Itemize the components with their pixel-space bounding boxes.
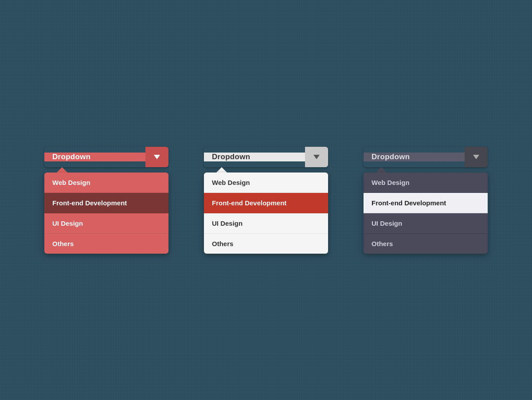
dropdown-item-ui-design-pink[interactable]: UI Design [44,213,168,234]
dropdown-arrow-light[interactable] [305,147,328,167]
dropdown-item-ui-design-light[interactable]: UI Design [204,213,328,234]
dropdown-label-pink: Dropdown [44,153,145,161]
dropdown-trigger-light[interactable]: Dropdown [204,147,328,167]
dropdown-caret-pink [57,167,67,173]
dropdown-menu-pink: Web Design Front-end Development UI Desi… [44,173,168,254]
dropdown-item-frontend-light[interactable]: Front-end Development [204,193,328,213]
dropdown-item-web-design-light[interactable]: Web Design [204,173,328,193]
dropdown-arrow-pink[interactable] [145,147,168,167]
dropdown-item-frontend-pink[interactable]: Front-end Development [44,193,168,213]
dropdown-dark[interactable]: Dropdown Web Design Front-end Developmen… [364,147,488,254]
dropdown-menu-dark: Web Design Front-end Development UI Desi… [364,173,488,254]
dropdown-item-others-dark[interactable]: Others [364,234,488,254]
dropdown-item-web-design-pink[interactable]: Web Design [44,173,168,193]
dropdown-caret-dark [376,167,387,173]
dropdown-trigger-dark[interactable]: Dropdown [364,147,488,167]
dropdown-label-dark: Dropdown [364,153,465,161]
svg-marker-0 [154,155,160,159]
svg-marker-1 [313,155,320,159]
dropdown-item-ui-design-dark[interactable]: UI Design [364,213,488,234]
dropdown-pink[interactable]: Dropdown Web Design Front-end Developmen… [44,147,168,254]
dropdown-item-frontend-dark[interactable]: Front-end Development [364,193,488,213]
dropdown-label-light: Dropdown [204,153,305,161]
dropdown-item-others-light[interactable]: Others [204,234,328,254]
dropdown-menu-light: Web Design Front-end Development UI Desi… [204,173,328,254]
dropdown-item-others-pink[interactable]: Others [44,234,168,254]
dropdown-caret-light [216,167,227,173]
dropdown-arrow-dark[interactable] [465,147,488,167]
dropdown-trigger-pink[interactable]: Dropdown [44,147,168,167]
dropdown-item-web-design-dark[interactable]: Web Design [364,173,488,193]
svg-marker-2 [473,155,479,159]
dropdown-light[interactable]: Dropdown Web Design Front-end Developmen… [204,147,328,254]
